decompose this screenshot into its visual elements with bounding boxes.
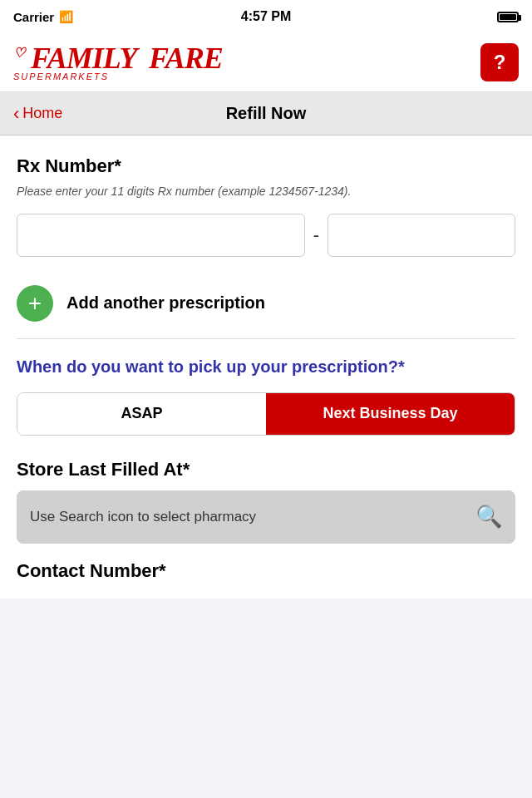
status-time: 4:57 PM [241, 9, 291, 24]
pickup-toggle: ASAP Next Business Day [17, 392, 515, 436]
back-button[interactable]: ‹ Home [13, 103, 62, 125]
help-button[interactable]: ? [480, 43, 519, 81]
store-search-box[interactable]: Use Search icon to select pharmacy 🔍 [17, 490, 515, 544]
pickup-question: When do you want to pick up your prescri… [17, 356, 515, 377]
store-search-placeholder: Use Search icon to select pharmacy [30, 509, 256, 525]
add-prescription-button[interactable]: + [17, 285, 53, 322]
search-icon[interactable]: 🔍 [475, 504, 502, 530]
app-header: ♡ FAMILY FARE SUPERMARKETS ? [0, 33, 532, 92]
status-right [497, 12, 519, 22]
wifi-icon: 📶 [59, 10, 73, 23]
back-chevron-icon: ‹ [13, 103, 19, 125]
brand-logo: ♡ FAMILY FARE SUPERMARKETS [13, 43, 223, 81]
contact-section-title: Contact Number* [17, 560, 515, 582]
contact-section: Contact Number* [17, 560, 515, 582]
battery-icon [497, 12, 519, 22]
store-section-title: Store Last Filled At* [17, 459, 515, 480]
rx-section-hint: Please enter your 11 digits Rx number (e… [17, 184, 515, 200]
heart-icon: ♡ [13, 46, 24, 60]
store-section: Store Last Filled At* Use Search icon to… [17, 459, 515, 544]
asap-option[interactable]: ASAP [17, 393, 266, 435]
add-prescription-row[interactable]: + Add another prescription [17, 277, 515, 339]
carrier-label: Carrier [13, 10, 54, 24]
rx-dash: - [313, 224, 319, 246]
pickup-section: When do you want to pick up your prescri… [17, 356, 515, 436]
brand-name: ♡ FAMILY FARE [13, 43, 223, 73]
back-label: Home [22, 105, 62, 122]
rx-section-title: Rx Number* [17, 155, 515, 177]
nav-bar: ‹ Home Refill Now [0, 92, 532, 135]
rx-section: Rx Number* Please enter your 11 digits R… [17, 155, 515, 257]
brand-subtitle: SUPERMARKETS [13, 71, 109, 81]
status-bar: Carrier 📶 4:57 PM [0, 0, 532, 33]
page-title: Refill Now [226, 104, 307, 123]
next-business-day-option[interactable]: Next Business Day [266, 393, 515, 435]
add-prescription-label: Add another prescription [66, 293, 265, 313]
rx-suffix-input[interactable] [328, 214, 515, 257]
rx-main-input[interactable] [17, 214, 305, 257]
rx-input-row: - [17, 214, 515, 257]
main-content: Rx Number* Please enter your 11 digits R… [0, 135, 532, 598]
status-left: Carrier 📶 [13, 10, 73, 24]
